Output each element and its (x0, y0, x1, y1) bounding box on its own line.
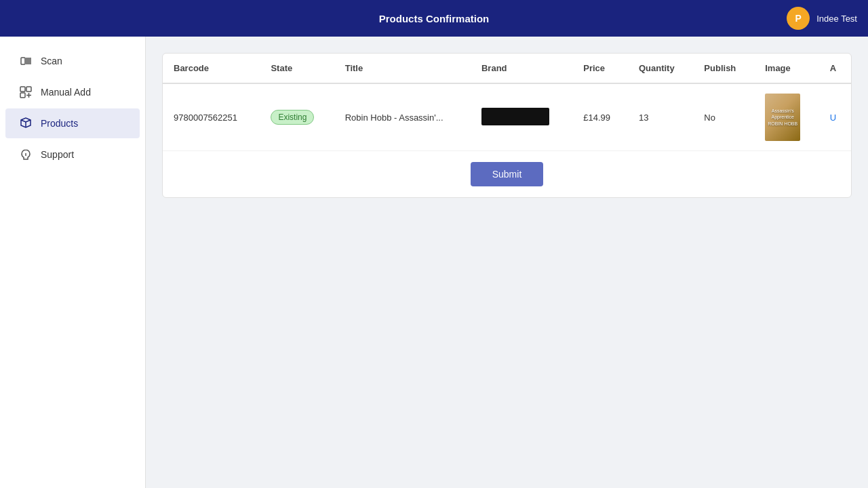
svg-rect-6 (26, 87, 31, 92)
status-badge: Existing (271, 110, 314, 125)
manual-add-icon (19, 85, 33, 99)
main-layout: Scan Manual Add (0, 37, 868, 488)
cell-brand (471, 83, 572, 151)
topbar: Products Confirmation P Indee Test (0, 0, 868, 37)
sidebar-support-label: Support (41, 149, 74, 160)
brand-bar (481, 108, 549, 125)
sidebar-item-products[interactable]: Products (5, 108, 140, 138)
cell-quantity: 13 (628, 83, 693, 151)
submit-row: Submit (163, 151, 851, 197)
cell-action[interactable]: U (819, 83, 851, 151)
scan-icon (19, 54, 33, 68)
svg-rect-5 (20, 87, 25, 92)
sidebar: Scan Manual Add (0, 37, 146, 488)
products-table: Barcode State Title Brand Price Quantity… (163, 54, 851, 151)
cell-price: £14.99 (572, 83, 628, 151)
col-action: A (819, 54, 851, 83)
sidebar-item-manual-add[interactable]: Manual Add (5, 77, 140, 107)
sidebar-products-label: Products (41, 118, 78, 129)
col-image: Image (754, 54, 819, 83)
cell-title: Robin Hobb - Assassin'... (334, 83, 471, 151)
cell-state: Existing (260, 83, 334, 151)
products-icon (19, 117, 33, 130)
col-price: Price (572, 54, 628, 83)
sidebar-manual-add-label: Manual Add (41, 87, 91, 98)
cell-image: Assassin's ApprenticeROBIN HOBB (754, 83, 819, 151)
sidebar-item-support[interactable]: Support (5, 140, 140, 169)
products-table-card: Barcode State Title Brand Price Quantity… (162, 53, 852, 198)
user-name: Indee Test (816, 14, 857, 24)
col-barcode: Barcode (163, 54, 260, 83)
page-title: Products Confirmation (379, 13, 490, 24)
sidebar-item-scan[interactable]: Scan (5, 46, 140, 76)
support-icon (19, 148, 33, 161)
col-quantity: Quantity (628, 54, 693, 83)
col-publish: Publish (693, 54, 754, 83)
col-state: State (260, 54, 334, 83)
sidebar-scan-label: Scan (41, 56, 62, 66)
avatar: P (787, 7, 810, 30)
cell-publish: No (693, 83, 754, 151)
user-section: P Indee Test (787, 7, 857, 30)
svg-rect-7 (20, 93, 25, 98)
table-row: 9780007562251 Existing Robin Hobb - Assa… (163, 83, 851, 151)
col-brand: Brand (471, 54, 572, 83)
book-cover-text: Assassin's ApprenticeROBIN HOBB (765, 105, 800, 129)
action-link[interactable]: U (830, 113, 836, 123)
book-cover-image: Assassin's ApprenticeROBIN HOBB (765, 94, 800, 141)
svg-rect-0 (21, 58, 25, 64)
cell-barcode: 9780007562251 (163, 83, 260, 151)
submit-button[interactable]: Submit (471, 162, 544, 186)
col-title: Title (334, 54, 471, 83)
main-content: Barcode State Title Brand Price Quantity… (146, 37, 868, 488)
